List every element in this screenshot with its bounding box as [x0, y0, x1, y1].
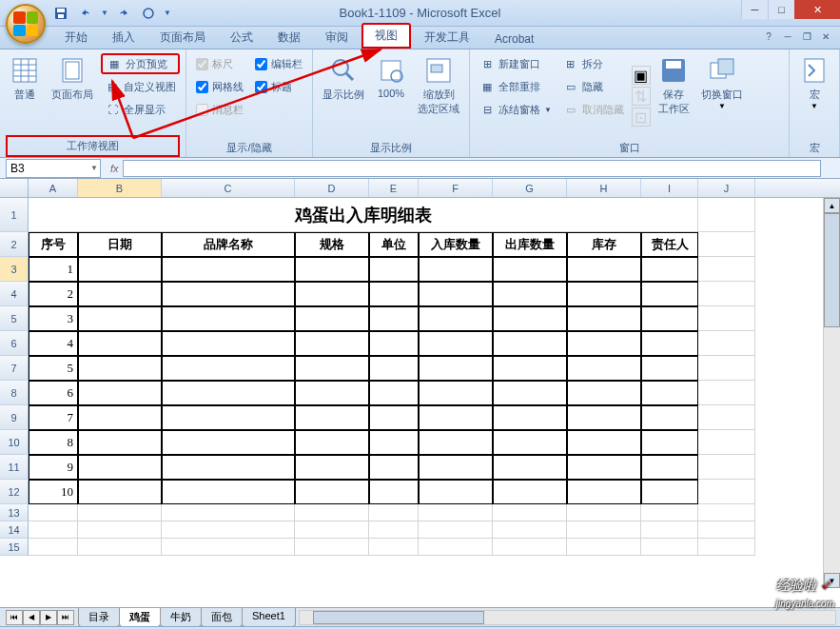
tab-pagelayout[interactable]: 页面布局 — [148, 27, 217, 49]
data-cell[interactable] — [567, 306, 641, 331]
row-header-7[interactable]: 7 — [0, 356, 29, 381]
data-cell[interactable] — [493, 381, 567, 405]
data-cell[interactable] — [698, 480, 755, 504]
header-cell[interactable]: 责任人 — [641, 232, 698, 257]
header-cell[interactable]: 日期 — [78, 232, 162, 257]
data-cell[interactable] — [641, 430, 698, 455]
vscroll-thumb[interactable] — [824, 213, 840, 327]
data-cell[interactable] — [641, 455, 698, 480]
empty-cell[interactable] — [29, 521, 78, 539]
data-cell[interactable] — [162, 257, 295, 282]
empty-cell[interactable] — [295, 539, 369, 556]
data-cell[interactable] — [641, 480, 698, 504]
select-all-corner[interactable] — [0, 179, 29, 197]
data-cell[interactable] — [419, 480, 493, 504]
horizontal-scrollbar[interactable] — [299, 610, 836, 625]
data-cell[interactable] — [78, 480, 162, 504]
tab-review[interactable]: 审阅 — [314, 27, 360, 49]
data-cell[interactable] — [162, 282, 295, 306]
data-cell[interactable] — [419, 306, 493, 331]
maximize-button[interactable]: □ — [768, 0, 794, 19]
compare-icon[interactable]: ▣ — [632, 66, 651, 85]
empty-cell[interactable] — [567, 504, 641, 521]
data-cell[interactable] — [567, 257, 641, 282]
empty-cell[interactable] — [78, 521, 162, 539]
data-cell[interactable] — [493, 480, 567, 504]
data-cell[interactable] — [641, 381, 698, 405]
headings-checkbox[interactable]: 标题 — [251, 76, 306, 97]
data-cell[interactable] — [162, 405, 295, 430]
data-cell[interactable] — [295, 381, 369, 405]
tab-data[interactable]: 数据 — [266, 27, 312, 49]
empty-cell[interactable] — [567, 539, 641, 556]
col-header-G[interactable]: G — [493, 179, 567, 197]
data-cell[interactable]: 7 — [29, 405, 78, 430]
data-cell[interactable] — [369, 331, 419, 356]
data-cell[interactable] — [567, 430, 641, 455]
empty-cell[interactable] — [369, 521, 419, 539]
col-header-E[interactable]: E — [369, 179, 419, 197]
data-cell[interactable] — [369, 356, 419, 381]
sheet-tab-Sheet1[interactable]: Sheet1 — [242, 608, 296, 627]
row-header-1[interactable]: 1 — [0, 198, 29, 232]
close-button[interactable]: ✕ — [794, 0, 840, 19]
data-cell[interactable] — [369, 430, 419, 455]
office-button[interactable] — [6, 4, 46, 44]
col-header-H[interactable]: H — [567, 179, 641, 197]
data-cell[interactable] — [493, 257, 567, 282]
undo-button[interactable] — [76, 4, 95, 23]
scroll-up-button[interactable]: ▲ — [824, 198, 840, 213]
data-cell[interactable] — [295, 405, 369, 430]
formulabar-checkbox[interactable]: 编辑栏 — [251, 53, 306, 74]
data-cell[interactable] — [78, 455, 162, 480]
data-cell[interactable] — [78, 381, 162, 405]
data-cell[interactable] — [369, 480, 419, 504]
data-cell[interactable] — [567, 356, 641, 381]
next-sheet-button[interactable]: ▶ — [40, 610, 57, 625]
data-cell[interactable] — [567, 455, 641, 480]
data-cell[interactable] — [698, 257, 755, 282]
help-button[interactable]: ? — [760, 29, 777, 44]
data-cell[interactable] — [369, 257, 419, 282]
data-cell[interactable] — [295, 257, 369, 282]
data-cell[interactable] — [162, 480, 295, 504]
save-workspace-button[interactable]: 保存 工作区 — [654, 53, 693, 139]
row-header-14[interactable]: 14 — [0, 521, 29, 539]
data-cell[interactable] — [419, 257, 493, 282]
data-cell[interactable] — [567, 282, 641, 306]
data-cell[interactable] — [641, 405, 698, 430]
doc-minimize-button[interactable]: ─ — [779, 29, 796, 44]
data-cell[interactable]: 6 — [29, 381, 78, 405]
data-cell[interactable]: 3 — [29, 306, 78, 331]
header-cell[interactable]: 出库数量 — [493, 232, 567, 257]
hscroll-thumb[interactable] — [313, 611, 484, 624]
empty-cell[interactable] — [698, 521, 755, 539]
data-cell[interactable] — [641, 306, 698, 331]
data-cell[interactable]: 5 — [29, 356, 78, 381]
pagelayout-view-button[interactable]: 页面布局 — [48, 53, 97, 135]
sheet-tab-鸡蛋[interactable]: 鸡蛋 — [119, 608, 161, 627]
data-cell[interactable] — [493, 306, 567, 331]
empty-cell[interactable] — [29, 504, 78, 521]
data-cell[interactable] — [698, 356, 755, 381]
empty-cell[interactable] — [369, 539, 419, 556]
redo-button[interactable] — [114, 4, 133, 23]
data-cell[interactable] — [641, 356, 698, 381]
data-cell[interactable]: 1 — [29, 257, 78, 282]
data-cell[interactable] — [162, 430, 295, 455]
empty-cell[interactable] — [419, 521, 493, 539]
header-cell[interactable]: 库存 — [567, 232, 641, 257]
zoom-button[interactable]: 显示比例 — [319, 53, 368, 139]
row-header-9[interactable]: 9 — [0, 405, 29, 430]
data-cell[interactable] — [698, 455, 755, 480]
data-cell[interactable] — [78, 331, 162, 356]
empty-cell[interactable] — [641, 521, 698, 539]
data-cell[interactable] — [419, 430, 493, 455]
data-cell[interactable] — [641, 282, 698, 306]
data-cell[interactable] — [641, 257, 698, 282]
row-header-11[interactable]: 11 — [0, 455, 29, 480]
prev-sheet-button[interactable]: ◀ — [23, 610, 40, 625]
data-cell[interactable] — [567, 381, 641, 405]
data-cell[interactable] — [162, 455, 295, 480]
gridlines-checkbox[interactable]: 网格线 — [192, 76, 247, 97]
